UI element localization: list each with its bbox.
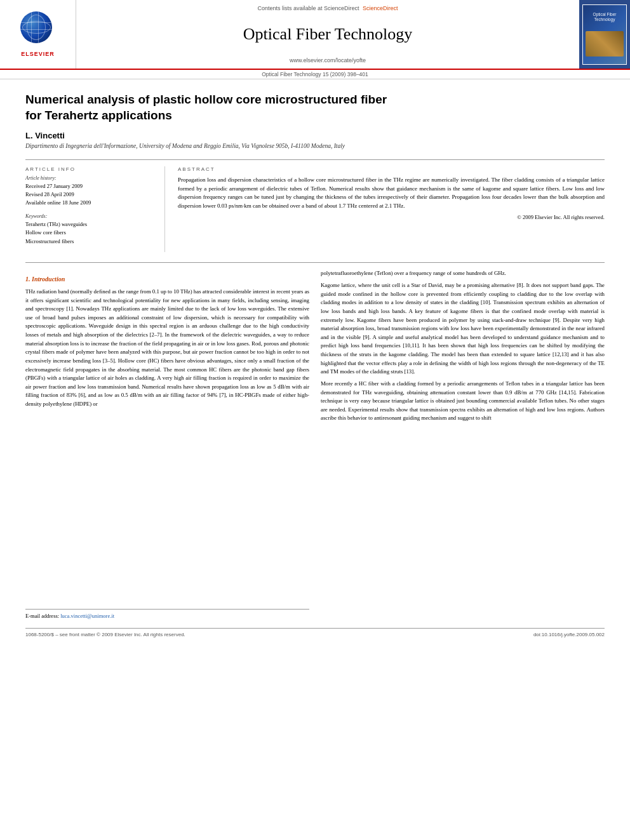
body-left-p1: THz radiation band (normally defined as … [25, 288, 309, 409]
body-right-p2: Kagome lattice, where the unit cell is a… [321, 281, 605, 377]
keywords-label: Keywords: [25, 213, 155, 219]
journal-url: www.elsevier.com/locate/yofte [290, 57, 366, 63]
history-label: Article history: [25, 175, 155, 181]
journal-header: ELSEVIER Contents lists available at Sci… [0, 0, 630, 70]
keyword-1: Terahertz (THz) waveguides [25, 220, 155, 229]
abstract-heading: ABSTRACT [178, 166, 605, 172]
received-date: Received 27 January 2009 [25, 182, 155, 190]
globe-icon [20, 11, 55, 46]
divider-2 [25, 262, 605, 263]
keyword-2: Hollow core fibers [25, 229, 155, 237]
author-name: L. Vincetti [25, 131, 605, 140]
article-info-column: ARTICLE INFO Article history: Received 2… [25, 166, 165, 252]
journal-header-center: Contents lists available at ScienceDirec… [76, 0, 579, 69]
article-content: Numerical analysis of plastic hollow cor… [0, 79, 630, 650]
page-number: Optical Fiber Technology 15 (2009) 398–4… [0, 70, 630, 79]
body-right-p1: polytetrafluoroethylene (Teflon) over a … [321, 269, 605, 278]
abstract-column: ABSTRACT Propagation loss and dispersion… [178, 166, 605, 252]
body-right-column: polytetrafluoroethylene (Teflon) over a … [321, 269, 605, 620]
divider [25, 159, 605, 160]
journal-title: Optical Fiber Technology [243, 24, 412, 44]
abstract-text: Propagation loss and dispersion characte… [178, 176, 605, 210]
affiliation: Dipartimento di Ingegneria dell'Informaz… [25, 143, 605, 149]
footnote-label: E-mail address: luca.vincetti@unimore.it [25, 613, 114, 619]
keywords-block: Keywords: Terahertz (THz) waveguides Hol… [25, 213, 155, 246]
bottom-info: 1068-5200/$ – see front matter © 2009 El… [25, 628, 605, 637]
keywords-list: Terahertz (THz) waveguides Hollow core f… [25, 220, 155, 246]
copyright-line: © 2009 Elsevier Inc. All rights reserved… [178, 214, 605, 220]
revised-date: Revised 28 April 2009 [25, 190, 155, 199]
doi: doi:10.1016/j.yofte.2009.05.002 [533, 632, 605, 637]
body-left-column: 1. Introduction THz radiation band (norm… [25, 269, 309, 620]
article-info-heading: ARTICLE INFO [25, 166, 155, 172]
available-date: Available online 18 June 2009 [25, 199, 155, 207]
keyword-3: Microstructured fibers [25, 237, 155, 246]
cover-thumbnail [586, 31, 624, 57]
body-text: 1. Introduction THz radiation band (norm… [25, 269, 605, 620]
body-right-p3: More recently a HC fiber with a cladding… [321, 380, 605, 423]
footnote-area: E-mail address: luca.vincetti@unimore.it [25, 609, 309, 620]
info-abstract-section: ARTICLE INFO Article history: Received 2… [25, 166, 605, 252]
sciencedirect-line: Contents lists available at ScienceDirec… [257, 5, 398, 11]
elsevier-logo: ELSEVIER [0, 0, 76, 69]
email-link[interactable]: luca.vincetti@unimore.it [60, 613, 114, 619]
issn-copyright: 1068-5200/$ – see front matter © 2009 El… [25, 632, 185, 637]
elsevier-wordmark: ELSEVIER [21, 51, 55, 57]
history-block: Article history: Received 27 January 200… [25, 175, 155, 206]
journal-cover-image: Optical FiberTechnology [579, 0, 630, 69]
article-title: Numerical analysis of plastic hollow cor… [25, 92, 605, 123]
sciencedirect-link[interactable]: ScienceDirect [363, 5, 398, 11]
section1-heading: 1. Introduction [25, 274, 309, 284]
